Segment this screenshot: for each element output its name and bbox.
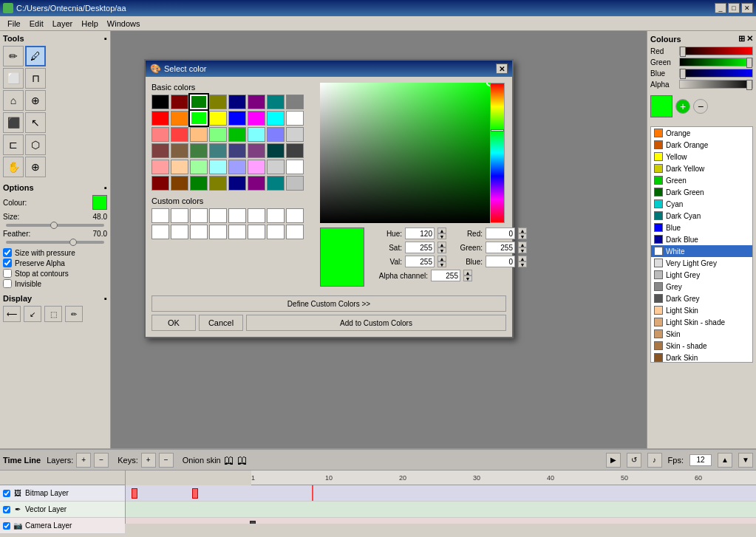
custom-cell-6[interactable] [248, 208, 265, 223]
camera-track[interactable] [126, 518, 756, 524]
tools-collapse[interactable]: ▪ [104, 34, 107, 43]
custom-cell-10[interactable] [171, 225, 188, 239]
color-list-item-cyan[interactable]: Cyan [651, 198, 752, 210]
bitmap-track[interactable] [126, 485, 756, 502]
basic-color-38[interactable] [267, 160, 285, 174]
color-list-item-dark-green[interactable]: Dark Green [651, 186, 752, 198]
basic-color-43[interactable] [209, 176, 227, 191]
custom-cell-4[interactable] [209, 208, 227, 223]
color-list-item-skin[interactable]: Skin [651, 328, 752, 340]
basic-color-37[interactable] [248, 160, 265, 174]
playhead[interactable] [312, 485, 313, 501]
bitmap-layer-visible[interactable] [3, 490, 10, 497]
hand-tool[interactable]: ✋ [3, 157, 24, 177]
custom-cell-1[interactable] [151, 208, 169, 223]
red-input[interactable] [486, 228, 515, 239]
color-list-item-dark-orange[interactable]: Dark Orange [651, 139, 752, 151]
eraser2-tool[interactable]: ⬜ [3, 68, 24, 89]
green-slider[interactable] [679, 58, 753, 66]
basic-color-7[interactable] [286, 95, 304, 109]
custom-cell-12[interactable] [209, 225, 227, 239]
color-list-item-blue[interactable]: Blue [651, 222, 752, 233]
basic-color-13[interactable] [248, 111, 265, 126]
basic-color-32[interactable] [151, 160, 169, 174]
keyframe-bitmap-2[interactable] [192, 488, 198, 499]
display-btn-2[interactable]: ↙ [24, 306, 41, 322]
size-slider[interactable] [6, 224, 104, 227]
custom-cell-5[interactable] [228, 208, 246, 223]
color-list-item-dark-blue[interactable]: Dark Blue [651, 233, 752, 245]
colour-swatch[interactable] [92, 195, 107, 210]
color-list-item-yellow[interactable]: Yellow [651, 151, 752, 163]
preserve-alpha-checkbox[interactable] [3, 259, 12, 267]
custom-cell-9[interactable] [151, 225, 169, 239]
green-input[interactable] [486, 242, 515, 253]
bitmap-layer-row[interactable]: 🖼 Bitmap Layer [0, 485, 125, 502]
polygon-tool[interactable]: ⬡ [25, 134, 46, 155]
basic-color-14[interactable] [267, 111, 285, 126]
zoom-tool[interactable]: ⊕ [25, 157, 46, 177]
basic-color-2[interactable] [190, 95, 208, 109]
basic-color-16[interactable] [151, 127, 169, 142]
color-list-item-light-skin---shade[interactable]: Light Skin - shade [651, 316, 752, 328]
color-list-item-dark-yellow[interactable]: Dark Yellow [651, 163, 752, 174]
basic-color-19[interactable] [209, 127, 227, 142]
crop-tool[interactable]: ⬛ [3, 112, 24, 133]
val-up[interactable]: ▲ [437, 256, 446, 261]
add-key-btn[interactable]: + [141, 453, 156, 468]
basic-color-5[interactable] [248, 95, 265, 109]
lasso-tool[interactable]: ⊏ [3, 134, 24, 155]
current-color-swatch[interactable] [650, 95, 672, 117]
hue-strip[interactable] [490, 83, 505, 223]
basic-color-47[interactable] [286, 176, 304, 191]
close-button[interactable]: ✕ [741, 3, 753, 13]
camera-layer-visible[interactable] [3, 522, 10, 530]
basic-color-45[interactable] [248, 176, 265, 191]
basic-color-41[interactable] [171, 176, 188, 191]
menu-windows[interactable]: Windows [103, 18, 145, 30]
basic-color-27[interactable] [209, 143, 227, 158]
vector-track[interactable] [126, 502, 756, 518]
display-collapse[interactable]: ▪ [104, 294, 107, 303]
custom-cell-8[interactable] [286, 208, 304, 223]
add-layer-btn[interactable]: + [76, 453, 91, 468]
play-btn[interactable]: ▶ [606, 453, 621, 468]
dialog-close-button[interactable]: ✕ [496, 64, 508, 74]
basic-color-6[interactable] [267, 95, 285, 109]
basic-color-24[interactable] [151, 143, 169, 158]
add-color-btn[interactable]: + [675, 99, 690, 114]
colours-close[interactable]: ✕ [746, 34, 753, 44]
basic-color-26[interactable] [190, 143, 208, 158]
menu-edit[interactable]: Edit [25, 18, 48, 30]
basic-color-40[interactable] [151, 176, 169, 191]
basic-color-36[interactable] [228, 160, 246, 174]
rubber-tool[interactable]: ⊓ [25, 68, 46, 89]
color-list-item-skin---shade[interactable]: Skin - shade [651, 340, 752, 352]
sat-down[interactable]: ▼ [437, 247, 446, 253]
color-list-item-green[interactable]: Green [651, 174, 752, 186]
color-list-item-light-skin[interactable]: Light Skin [651, 304, 752, 316]
colours-restore[interactable]: ⊞ [738, 34, 745, 44]
basic-color-30[interactable] [267, 143, 285, 158]
custom-cell-14[interactable] [248, 225, 265, 239]
basic-color-0[interactable] [151, 95, 169, 109]
hue-up[interactable]: ▲ [437, 228, 446, 233]
basic-color-8[interactable] [151, 111, 169, 126]
blue-input[interactable] [486, 256, 515, 267]
vector-layer-visible[interactable] [3, 506, 10, 513]
brush-tool[interactable]: 🖊 [25, 46, 46, 66]
basic-color-29[interactable] [248, 143, 265, 158]
size-pressure-checkbox[interactable] [3, 248, 12, 257]
basic-color-11[interactable] [209, 111, 227, 126]
blue-down[interactable]: ▼ [518, 261, 527, 267]
remove-color-btn[interactable]: − [693, 99, 708, 114]
custom-cell-13[interactable] [228, 225, 246, 239]
basic-color-9[interactable] [171, 111, 188, 126]
basic-color-17[interactable] [171, 127, 188, 142]
basic-color-21[interactable] [248, 127, 265, 142]
pencil-tool[interactable]: ✏ [3, 46, 24, 66]
alpha-up[interactable]: ▲ [463, 270, 472, 276]
fps-up[interactable]: ▲ [718, 453, 732, 468]
sound-btn[interactable]: ♪ [647, 453, 662, 468]
alpha-down[interactable]: ▼ [463, 276, 472, 281]
